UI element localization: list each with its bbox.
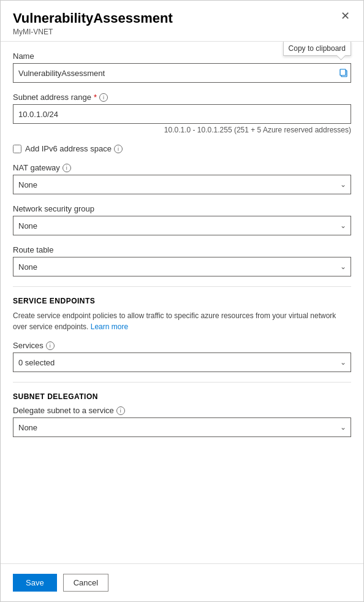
nat-select[interactable]: None (13, 175, 351, 194)
service-endpoints-desc: Create service endpoint policies to allo… (13, 310, 351, 332)
route-label: Route table (13, 245, 351, 254)
name-input-wrapper: Copy to clipboard (13, 63, 351, 83)
close-button[interactable]: ✕ (337, 9, 354, 23)
subnet-label: Subnet address range * i (13, 93, 351, 102)
nsg-label: Network security group (13, 204, 351, 213)
subnet-address-hint: 10.0.1.0 - 10.0.1.255 (251 + 5 Azure res… (13, 126, 351, 134)
copy-to-clipboard-button[interactable] (338, 67, 350, 79)
svg-rect-1 (340, 69, 346, 75)
subnet-field-group: Subnet address range * i 10.0.1.0 - 10.0… (13, 93, 351, 134)
ipv6-label[interactable]: Add IPv6 address space i (25, 144, 123, 153)
service-endpoints-section: SERVICE ENDPOINTS Create service endpoin… (13, 297, 351, 372)
copy-icon (339, 68, 349, 78)
services-select[interactable]: 0 selected (13, 352, 351, 372)
nat-field-group: NAT gateway i None ⌄ (13, 163, 351, 194)
divider-2 (13, 382, 351, 383)
service-endpoints-heading: SERVICE ENDPOINTS (13, 297, 351, 305)
panel-header: VulnerabilityAssessment MyMI-VNET ✕ (1, 1, 363, 42)
panel-title: VulnerabilityAssessment (13, 10, 351, 26)
save-button[interactable]: Save (13, 574, 57, 592)
ipv6-info-icon[interactable]: i (114, 145, 123, 153)
delegate-info-icon[interactable]: i (116, 406, 125, 415)
nsg-select-wrapper: None ⌄ (13, 216, 351, 235)
panel-subtitle: MyMI-VNET (13, 28, 351, 36)
delegate-select[interactable]: None (13, 417, 351, 437)
route-select-wrapper: None ⌄ (13, 257, 351, 276)
nsg-select[interactable]: None (13, 216, 351, 235)
cancel-button[interactable]: Cancel (63, 574, 108, 592)
delegate-field-group: Delegate subnet to a service i None ⌄ (13, 406, 351, 437)
required-indicator: * (94, 93, 97, 102)
ipv6-checkbox-row: Add IPv6 address space i (13, 144, 351, 153)
panel-footer: Save Cancel (1, 563, 363, 601)
panel-body: Name Copy to clipboard Subnet addres (1, 42, 363, 563)
learn-more-link[interactable]: Learn more (91, 322, 128, 331)
clipboard-tooltip: Copy to clipboard (283, 42, 351, 56)
subnet-delegation-heading: SUBNET DELEGATION (13, 392, 351, 401)
subnet-info-icon[interactable]: i (99, 93, 108, 102)
services-select-wrapper: 0 selected ⌄ (13, 352, 351, 372)
divider-1 (13, 286, 351, 287)
services-info-icon[interactable]: i (46, 341, 55, 350)
ipv6-checkbox[interactable] (13, 145, 21, 153)
route-select[interactable]: None (13, 257, 351, 276)
nsg-field-group: Network security group None ⌄ (13, 204, 351, 235)
nat-info-icon[interactable]: i (63, 164, 71, 172)
subnet-input[interactable] (13, 104, 351, 124)
services-label: Services i (13, 341, 351, 350)
delegate-select-wrapper: None ⌄ (13, 417, 351, 437)
name-input[interactable] (13, 63, 351, 83)
services-field-group: Services i 0 selected ⌄ (13, 341, 351, 372)
subnet-delegation-section: SUBNET DELEGATION Delegate subnet to a s… (13, 392, 351, 437)
nat-label: NAT gateway i (13, 163, 351, 172)
panel-container: VulnerabilityAssessment MyMI-VNET ✕ Name… (0, 0, 364, 602)
route-field-group: Route table None ⌄ (13, 245, 351, 276)
name-field-group: Name Copy to clipboard (13, 51, 351, 83)
delegate-label: Delegate subnet to a service i (13, 406, 351, 415)
nat-select-wrapper: None ⌄ (13, 175, 351, 194)
